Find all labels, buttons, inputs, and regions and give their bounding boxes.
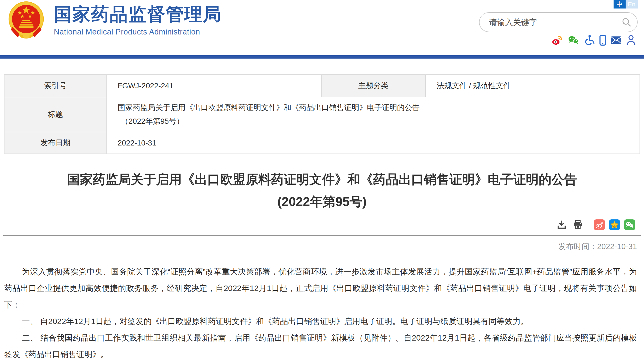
search-box	[479, 12, 638, 32]
index-number-value: FGWJ-2022-241	[107, 74, 322, 97]
header-accent-bar	[0, 55, 644, 59]
page-title: 国家药监局关于启用《出口欧盟原料药证明文件》和《药品出口销售证明》电子证明的公告…	[10, 168, 634, 213]
header-social-row	[552, 35, 636, 46]
article-body: 为深入贯彻落实党中央、国务院关于深化“证照分离”改革重大决策部署，优化营商环境，…	[0, 263, 644, 362]
national-emblem-logo	[7, 2, 45, 40]
site-title-block: 国家药品监督管理局 National Medical Products Admi…	[54, 3, 222, 36]
lang-zh-button[interactable]: 中	[614, 0, 626, 9]
table-row: 索引号 FGWJ-2022-241 主题分类 法规文件 / 规范性文件	[4, 74, 640, 97]
language-switch: 中 En	[614, 0, 638, 9]
paragraph-item-1: 一、 自2022年12月1日起，对签发的《出口欧盟原料药证明文件》和《药品出口销…	[4, 313, 637, 329]
table-row: 标题 国家药监局关于启用《出口欧盟原料药证明文件》和《药品出口销售证明》电子证明…	[4, 97, 640, 132]
content-divider	[3, 235, 641, 236]
search-input[interactable]	[480, 18, 621, 27]
document-info-table: 索引号 FGWJ-2022-241 主题分类 法规文件 / 规范性文件 标题 国…	[4, 74, 640, 154]
paragraph-intro: 为深入贯彻落实党中央、国务院关于深化“证照分离”改革重大决策部署，优化营商环境，…	[4, 263, 637, 313]
publish-time-value: 2022-10-31	[597, 242, 637, 251]
table-row: 发布日期 2022-10-31	[4, 132, 640, 154]
weibo-icon[interactable]	[552, 35, 563, 45]
print-icon[interactable]	[573, 220, 583, 230]
site-subtitle: National Medical Products Administration	[54, 28, 222, 36]
accessibility-icon[interactable]	[584, 35, 594, 46]
publish-time-label: 发布时间：	[558, 242, 597, 251]
share-qzone-icon[interactable]	[609, 219, 620, 230]
page-title-line1: 国家药监局关于启用《出口欧盟原料药证明文件》和《药品出口销售证明》电子证明的公告	[10, 168, 634, 190]
wechat-icon[interactable]	[568, 35, 579, 45]
site-title: 国家药品监督管理局	[54, 3, 222, 25]
title-value: 国家药监局关于启用《出口欧盟原料药证明文件》和《药品出口销售证明》电子证明的公告…	[107, 97, 640, 132]
mobile-icon[interactable]	[599, 35, 606, 46]
paragraph-item-2: 二、 结合我国药品出口工作实践和世卫组织相关最新指南，启用《药品出口销售证明》新…	[4, 329, 637, 362]
topic-category-value: 法规文件 / 规范性文件	[426, 74, 640, 97]
page-title-line2: (2022年第95号)	[10, 190, 634, 213]
publish-date-label: 发布日期	[4, 132, 107, 154]
share-weibo-icon[interactable]	[594, 219, 605, 230]
index-number-label: 索引号	[4, 74, 107, 97]
article-toolbar	[0, 219, 635, 231]
title-value-line2: （2022年第95号）	[118, 116, 640, 127]
share-wechat-icon[interactable]	[624, 219, 635, 230]
lang-en-button[interactable]: En	[626, 0, 638, 9]
user-icon[interactable]	[626, 35, 636, 46]
search-icon[interactable]	[621, 17, 632, 28]
mail-icon[interactable]	[611, 36, 621, 44]
download-icon[interactable]	[557, 220, 566, 230]
publish-date-value: 2022-10-31	[107, 132, 640, 154]
title-value-line1: 国家药监局关于启用《出口欧盟原料药证明文件》和《药品出口销售证明》电子证明的公告	[118, 103, 640, 113]
title-label: 标题	[4, 97, 107, 132]
page: 国家药品监督管理局 National Medical Products Admi…	[0, 0, 644, 363]
site-header: 国家药品监督管理局 National Medical Products Admi…	[0, 0, 644, 55]
topic-category-label: 主题分类	[322, 74, 426, 97]
publish-time: 发布时间：2022-10-31	[7, 241, 637, 252]
